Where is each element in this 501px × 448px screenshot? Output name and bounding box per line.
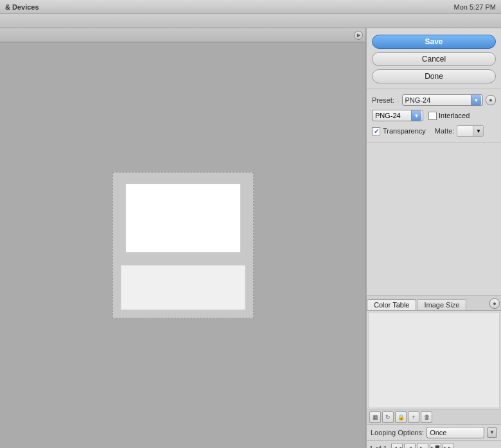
preset-dash: - [397, 96, 400, 104]
tab-image-size[interactable]: Image Size [417, 299, 466, 310]
title-bar: & Devices Mon 5:27 PM [0, 0, 501, 14]
main-layout: ▶ Save Cancel Done Preset: - PNG-24 ▼ [0, 28, 501, 448]
image-bottom-area [121, 265, 245, 310]
transparency-label: Transparency [383, 127, 426, 135]
options-spacer [367, 142, 501, 295]
done-button[interactable]: Done [372, 69, 496, 83]
looping-arrow-icon[interactable]: ▼ [487, 427, 497, 438]
title-bar-devices: & Devices [5, 3, 39, 11]
preset-value: PNG-24 [404, 96, 471, 104]
interlaced-checkbox[interactable] [428, 112, 437, 120]
toolbar-refresh-button[interactable]: ↻ [382, 411, 394, 423]
matte-label: Matte: [435, 127, 455, 135]
looping-label: Looping Options: [371, 429, 424, 436]
bottom-tab-bar: Color Table Image Size ● [367, 296, 501, 311]
preset-select[interactable]: PNG-24 ▼ [402, 94, 483, 106]
right-panel: Save Cancel Done Preset: - PNG-24 ▼ ● PN… [366, 28, 501, 448]
image-container [112, 172, 254, 318]
looping-select[interactable]: Once [426, 427, 484, 438]
toolbar-grid-button[interactable]: ▦ [369, 411, 381, 423]
cancel-button[interactable]: Cancel [372, 52, 496, 66]
toolbar-add-button[interactable]: + [408, 411, 419, 423]
preview-pane: ▶ [0, 28, 366, 448]
toolbar-delete-button[interactable]: 🗑 [421, 411, 432, 423]
matte-arrow-icon: ▼ [473, 126, 483, 136]
color-table-toolbar: ▦ ↻ 🔒 + 🗑 [367, 409, 501, 424]
color-table-content [368, 312, 500, 408]
transparency-checkbox[interactable] [372, 127, 380, 135]
buttons-area: Save Cancel Done [367, 28, 501, 89]
looping-row: Looping Options: Once ▼ [367, 424, 501, 440]
play-button[interactable]: ▶ [354, 31, 363, 40]
playback-last-button[interactable]: ▶▶ [443, 443, 454, 449]
playback-first-button[interactable]: ◀◀ [391, 443, 403, 449]
playback-row: 1 of 1 ◀◀ ◀ ▶ ▶█ ▶▶ [367, 440, 501, 449]
format-interlaced-row: PNG-24 ▼ Interlaced [372, 110, 496, 121]
playback-next-button[interactable]: ▶█ [430, 443, 441, 449]
transparency-matte-row: Transparency Matte: ▼ [372, 125, 496, 137]
playback-play-button[interactable]: ▶ [417, 443, 428, 449]
format-value: PNG-24 [374, 112, 411, 119]
toolbar-lock-button[interactable]: 🔒 [395, 411, 407, 423]
page-info: 1 of 1 [369, 445, 387, 449]
options-area: Preset: - PNG-24 ▼ ● PNG-24 ▼ Interlaced [367, 89, 501, 142]
image-white-area [125, 184, 241, 253]
preset-more-button[interactable]: ● [486, 95, 496, 105]
playback-prev-button[interactable]: ◀ [404, 443, 416, 449]
preset-row: Preset: - PNG-24 ▼ ● [372, 94, 496, 106]
tab-bar [0, 14, 501, 28]
interlaced-label: Interlaced [439, 112, 470, 119]
title-bar-time: Mon 5:27 PM [454, 3, 496, 11]
tab-more-button[interactable]: ● [489, 298, 500, 309]
format-arrow-icon: ▼ [411, 110, 421, 121]
format-select[interactable]: PNG-24 ▼ [372, 110, 423, 121]
save-button[interactable]: Save [372, 35, 496, 49]
matte-select[interactable]: ▼ [457, 125, 484, 137]
tab-color-table[interactable]: Color Table [367, 299, 416, 310]
preset-arrow-icon: ▼ [471, 95, 481, 105]
bottom-tabs-area: Color Table Image Size ● ▦ ↻ 🔒 + 🗑 Loopi… [367, 295, 501, 449]
interlaced-group: Interlaced [428, 112, 470, 120]
preset-label: Preset: [372, 96, 394, 104]
preview-content [0, 42, 365, 448]
looping-value: Once [430, 429, 446, 436]
preview-top-bar: ▶ [0, 28, 365, 42]
